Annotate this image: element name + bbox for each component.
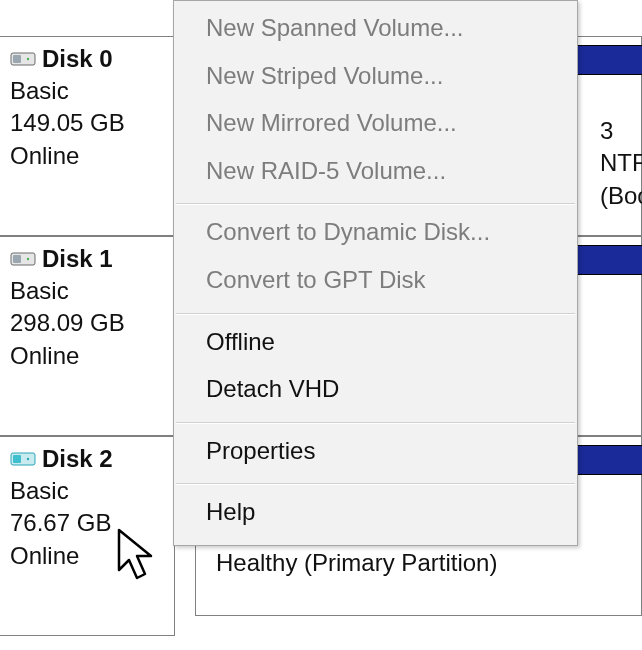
menu-offline[interactable]: Offline	[174, 321, 577, 369]
menu-detach-vhd[interactable]: Detach VHD	[174, 368, 577, 416]
partition-status: (Boo	[600, 180, 637, 212]
partition-status: Healthy (Primary Partition)	[216, 547, 637, 579]
svg-rect-4	[13, 255, 21, 263]
disk-header-disk0[interactable]: Disk 0 Basic 149.05 GB Online	[0, 36, 175, 236]
partition-fs: 3 NTF	[600, 115, 637, 180]
menu-help[interactable]: Help	[174, 491, 577, 539]
disk-header-panel: Disk 0 Basic 149.05 GB Online Disk 1 Bas…	[0, 0, 175, 650]
disk-type: Basic	[10, 75, 164, 107]
menu-new-striped-volume[interactable]: New Striped Volume...	[174, 55, 577, 103]
disk-name: Disk 2	[42, 445, 113, 473]
disk-type: Basic	[10, 275, 164, 307]
disk-status: Online	[10, 140, 164, 172]
disk-type: Basic	[10, 475, 164, 507]
disk-icon	[10, 450, 38, 468]
svg-point-5	[27, 258, 29, 260]
menu-separator	[176, 313, 575, 315]
disk-status: Online	[10, 540, 164, 572]
disk-context-menu: New Spanned Volume... New Striped Volume…	[173, 0, 578, 546]
disk-icon	[10, 50, 38, 68]
disk-header-disk1[interactable]: Disk 1 Basic 298.09 GB Online	[0, 236, 175, 436]
disk-name: Disk 0	[42, 45, 113, 73]
svg-point-2	[27, 58, 29, 60]
menu-properties[interactable]: Properties	[174, 430, 577, 478]
menu-separator	[176, 483, 575, 485]
svg-rect-1	[13, 55, 21, 63]
svg-point-8	[27, 458, 29, 460]
menu-new-raid5-volume[interactable]: New RAID-5 Volume...	[174, 150, 577, 198]
disk-icon	[10, 250, 38, 268]
disk-header-disk2[interactable]: Disk 2 Basic 76.67 GB Online	[0, 436, 175, 636]
menu-new-mirrored-volume[interactable]: New Mirrored Volume...	[174, 102, 577, 150]
disk-size: 149.05 GB	[10, 107, 164, 139]
disk-size: 76.67 GB	[10, 507, 164, 539]
menu-convert-to-dynamic-disk[interactable]: Convert to Dynamic Disk...	[174, 211, 577, 259]
menu-convert-to-gpt-disk[interactable]: Convert to GPT Disk	[174, 259, 577, 307]
svg-rect-7	[13, 455, 21, 463]
menu-new-spanned-volume[interactable]: New Spanned Volume...	[174, 7, 577, 55]
disk-name: Disk 1	[42, 245, 113, 273]
disk-size: 298.09 GB	[10, 307, 164, 339]
menu-separator	[176, 422, 575, 424]
disk-status: Online	[10, 340, 164, 372]
menu-separator	[176, 203, 575, 205]
